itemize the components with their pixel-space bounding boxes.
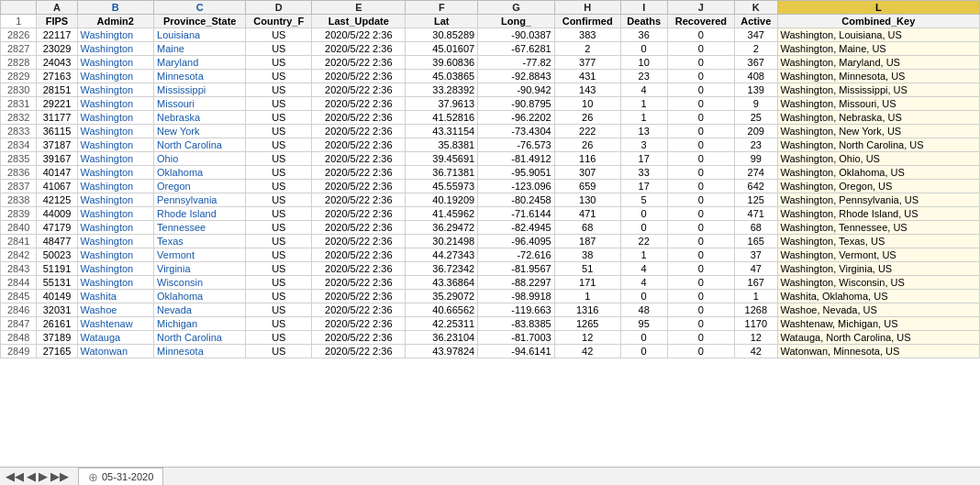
cell-d[interactable]: US (246, 56, 312, 70)
cell-j[interactable]: 0 (667, 83, 734, 97)
cell-k[interactable]: 25 (735, 111, 777, 125)
cell-a[interactable]: 27165 (37, 345, 77, 358)
cell-h[interactable]: 116 (554, 152, 620, 166)
cell-l[interactable]: Washington, Louisiana, US (777, 28, 979, 42)
cell-d[interactable]: US (246, 345, 312, 358)
cell-l[interactable]: Washington, Minnesota, US (777, 70, 979, 83)
cell-a[interactable]: 51191 (37, 262, 77, 276)
cell-j[interactable]: 0 (667, 166, 734, 180)
cell-c[interactable]: New York (154, 125, 246, 138)
cell-k[interactable]: 209 (735, 125, 777, 138)
cell-j[interactable]: 0 (667, 193, 734, 207)
cell-k[interactable]: 42 (735, 345, 777, 358)
cell-k[interactable]: 68 (735, 221, 777, 235)
cell-d[interactable]: US (246, 70, 312, 83)
cell-c[interactable]: Tennessee (154, 221, 246, 235)
col-d-header[interactable]: D (246, 1, 312, 15)
cell-f[interactable]: 43.97824 (406, 345, 478, 358)
cell-a[interactable]: 24043 (37, 56, 77, 70)
cell-a[interactable]: 27163 (37, 70, 77, 83)
cell-j[interactable]: 0 (667, 221, 734, 235)
cell-e[interactable]: 2020/5/22 2:36 (312, 317, 406, 331)
cell-e[interactable]: 2020/5/22 2:36 (312, 111, 406, 125)
cell-d[interactable]: Country_F (246, 15, 312, 28)
cell-i[interactable]: 1 (620, 111, 667, 125)
cell-f[interactable]: 39.45691 (406, 152, 478, 166)
cell-l[interactable]: Washington, Missouri, US (777, 97, 979, 111)
cell-l[interactable]: Washita, Oklahoma, US (777, 290, 979, 303)
cell-h[interactable]: 222 (554, 125, 620, 138)
cell-a[interactable]: 23029 (37, 42, 77, 56)
cell-g[interactable]: -83.8385 (478, 317, 555, 331)
cell-l[interactable]: Washington, Tennessee, US (777, 221, 979, 235)
col-l-header[interactable]: L (777, 1, 979, 15)
cell-a[interactable]: 48477 (37, 235, 77, 248)
cell-k[interactable]: 47 (735, 262, 777, 276)
cell-g[interactable]: -81.9567 (478, 262, 555, 276)
cell-c[interactable]: North Carolina (154, 138, 246, 152)
cell-l[interactable]: Washington, North Carolina, US (777, 138, 979, 152)
cell-b[interactable]: Washington (77, 276, 154, 290)
cell-l[interactable]: Washington, Mississippi, US (777, 83, 979, 97)
cell-k[interactable]: 37 (735, 248, 777, 262)
cell-a[interactable]: 41067 (37, 180, 77, 193)
cell-c[interactable]: Oklahoma (154, 290, 246, 303)
cell-f[interactable]: 35.29072 (406, 290, 478, 303)
cell-j[interactable]: 0 (667, 345, 734, 358)
cell-f[interactable]: 36.71381 (406, 166, 478, 180)
cell-b[interactable]: Washington (77, 193, 154, 207)
cell-c[interactable]: Louisiana (154, 28, 246, 42)
col-a-header[interactable]: A (37, 1, 77, 15)
cell-k[interactable]: 367 (735, 56, 777, 70)
cell-e[interactable]: 2020/5/22 2:36 (312, 331, 406, 345)
cell-b[interactable]: Washington (77, 28, 154, 42)
cell-h[interactable]: 1 (554, 290, 620, 303)
cell-d[interactable]: US (246, 111, 312, 125)
cell-g[interactable]: -95.9051 (478, 166, 555, 180)
cell-b[interactable]: Washington (77, 262, 154, 276)
cell-g[interactable]: -77.82 (478, 56, 555, 70)
cell-h[interactable]: 187 (554, 235, 620, 248)
cell-g[interactable]: -98.9918 (478, 290, 555, 303)
cell-e[interactable]: Last_Update (312, 15, 406, 28)
cell-h[interactable]: 377 (554, 56, 620, 70)
cell-h[interactable]: 51 (554, 262, 620, 276)
cell-l[interactable]: Washington, Virginia, US (777, 262, 979, 276)
cell-a[interactable]: 26161 (37, 317, 77, 331)
cell-b[interactable]: Washington (77, 166, 154, 180)
nav-left[interactable]: ◀ (27, 469, 36, 483)
cell-l[interactable]: Washington, New York, US (777, 125, 979, 138)
cell-i[interactable]: 17 (620, 180, 667, 193)
cell-d[interactable]: US (246, 207, 312, 221)
cell-c[interactable]: North Carolina (154, 331, 246, 345)
cell-h[interactable]: 383 (554, 28, 620, 42)
cell-i[interactable]: 0 (620, 345, 667, 358)
cell-a[interactable]: 29221 (37, 97, 77, 111)
cell-i[interactable]: 4 (620, 262, 667, 276)
cell-k[interactable]: 125 (735, 193, 777, 207)
cell-g[interactable]: -72.616 (478, 248, 555, 262)
cell-g[interactable]: -94.6141 (478, 345, 555, 358)
cell-l[interactable]: Watonwan, Minnesota, US (777, 345, 979, 358)
nav-left-end[interactable]: ◀◀ (6, 469, 24, 483)
cell-d[interactable]: US (246, 152, 312, 166)
cell-l[interactable]: Washington, Ohio, US (777, 152, 979, 166)
cell-k[interactable]: 9 (735, 97, 777, 111)
cell-f[interactable]: 30.85289 (406, 28, 478, 42)
cell-i[interactable]: 23 (620, 70, 667, 83)
cell-g[interactable]: -88.2297 (478, 276, 555, 290)
cell-e[interactable]: 2020/5/22 2:36 (312, 125, 406, 138)
cell-e[interactable]: 2020/5/22 2:36 (312, 248, 406, 262)
cell-b[interactable]: Washington (77, 221, 154, 235)
cell-g[interactable]: -67.6281 (478, 42, 555, 56)
cell-i[interactable]: 5 (620, 193, 667, 207)
cell-g[interactable]: -96.4095 (478, 235, 555, 248)
cell-j[interactable]: 0 (667, 56, 734, 70)
cell-h[interactable]: 68 (554, 221, 620, 235)
cell-i[interactable]: 13 (620, 125, 667, 138)
cell-a[interactable]: 39167 (37, 152, 77, 166)
cell-j[interactable]: 0 (667, 42, 734, 56)
cell-d[interactable]: US (246, 221, 312, 235)
col-g-header[interactable]: G (478, 1, 555, 15)
cell-e[interactable]: 2020/5/22 2:36 (312, 193, 406, 207)
